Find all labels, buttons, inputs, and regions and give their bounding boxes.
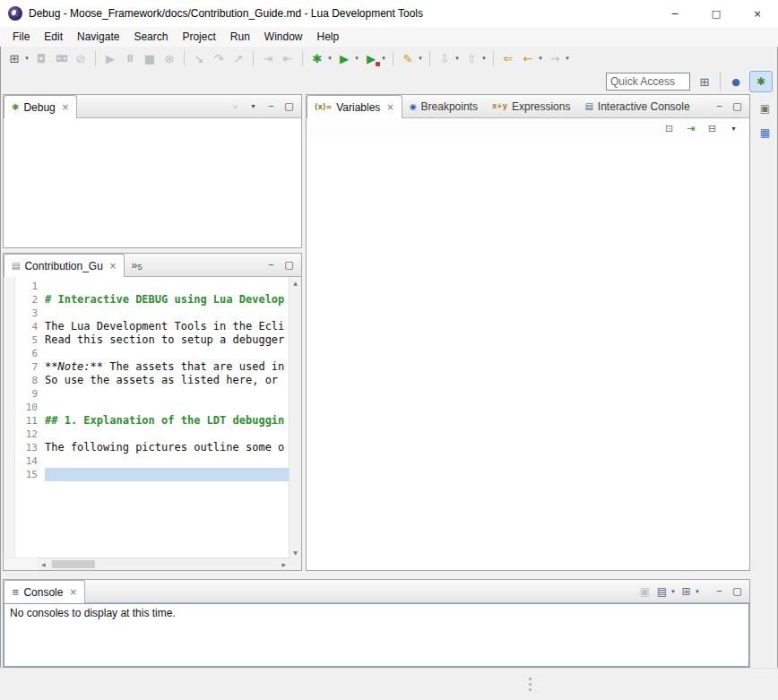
minimize-icon[interactable]: ─: [713, 100, 725, 112]
dropdown-arrow-icon[interactable]: ▾: [537, 55, 544, 62]
horizontal-scrollbar[interactable]: ◀ ▶: [38, 557, 290, 570]
editor-line[interactable]: 8So use the assets as listed here, or: [14, 374, 290, 387]
pin-console-icon[interactable]: ▣: [637, 583, 653, 599]
editor-line[interactable]: 2# Interactive DEBUG using Lua Develop: [14, 293, 290, 307]
debug-perspective-button[interactable]: ✱: [749, 71, 773, 92]
terminate-icon[interactable]: ■: [141, 49, 159, 67]
maximize-icon[interactable]: ▢: [283, 259, 295, 271]
pencil-icon[interactable]: ✎: [399, 49, 417, 67]
close-icon[interactable]: ×: [386, 102, 393, 112]
suspend-icon[interactable]: Ⅱ: [121, 49, 139, 67]
step-over-icon[interactable]: ↷: [210, 49, 228, 67]
dropdown-arrow-icon[interactable]: ▾: [694, 588, 701, 595]
quick-access-box[interactable]: Quick Access: [606, 73, 690, 91]
dropdown-arrow-icon[interactable]: ▾: [454, 55, 461, 62]
dropdown-arrow-icon[interactable]: ▾: [417, 55, 424, 62]
resume-icon[interactable]: ▶: [101, 49, 119, 67]
next-annotation-icon[interactable]: ⇩: [436, 49, 454, 67]
menu-item[interactable]: Help: [310, 28, 347, 46]
scroll-left-icon[interactable]: ◀: [41, 561, 46, 567]
view-menu-icon[interactable]: ▾: [247, 100, 259, 112]
open-console-icon[interactable]: ⊞: [679, 583, 694, 599]
tab-debug[interactable]: ✱ Debug ×: [4, 95, 77, 118]
scroll-up-icon[interactable]: ▲: [293, 280, 298, 286]
show-type-names-icon[interactable]: ⊡: [661, 123, 677, 134]
editor-line[interactable]: 15: [14, 468, 290, 481]
dropdown-arrow-icon[interactable]: ▾: [326, 55, 333, 62]
close-icon[interactable]: ×: [62, 102, 69, 112]
dropdown-arrow-icon[interactable]: ▾: [380, 55, 387, 62]
minimize-icon[interactable]: ─: [265, 259, 277, 271]
tab-expressions[interactable]: x+yExpressions: [485, 95, 577, 117]
editor-line[interactable]: 1: [14, 280, 290, 293]
close-window-button[interactable]: ×: [737, 0, 778, 27]
step-return-icon[interactable]: ↗: [229, 49, 247, 67]
tab-contribution-guide[interactable]: ▤ Contribution_Gu ×: [4, 254, 125, 277]
external-tools-icon[interactable]: ▶: [362, 49, 380, 67]
use-step-filters-icon[interactable]: ⇥: [259, 49, 277, 67]
editor-line[interactable]: 3: [14, 307, 290, 320]
last-edit-location-icon[interactable]: ⇐: [499, 49, 517, 67]
menu-item[interactable]: File: [5, 28, 37, 46]
save-all-icon[interactable]: ◘◘: [52, 49, 70, 67]
minimized-view-stack-icon[interactable]: ▣: [757, 100, 774, 117]
forward-icon[interactable]: →: [546, 49, 564, 67]
menu-item[interactable]: Project: [175, 28, 222, 46]
save-icon[interactable]: ◘: [32, 49, 50, 67]
editor-line[interactable]: 14: [14, 454, 290, 468]
vertical-scrollbar[interactable]: ▲ ▼: [289, 277, 301, 558]
dropdown-arrow-icon[interactable]: ▾: [670, 588, 677, 595]
tab-interactive-console[interactable]: ▤Interactive Console: [577, 95, 696, 117]
collapse-all-icon[interactable]: ⊟: [705, 123, 720, 134]
maximize-icon[interactable]: ▢: [283, 100, 295, 112]
disconnect-icon[interactable]: ⊗: [160, 49, 178, 67]
dropdown-arrow-icon[interactable]: ▾: [353, 55, 360, 62]
editor-line[interactable]: 13The following pictures outline some o: [14, 441, 290, 454]
close-icon[interactable]: ×: [69, 587, 76, 597]
scroll-down-icon[interactable]: ▼: [293, 549, 298, 556]
run-to-line-icon[interactable]: ⇤: [279, 49, 297, 67]
minimized-table-view-icon[interactable]: ▦: [757, 125, 774, 141]
menu-item[interactable]: Edit: [37, 28, 70, 46]
maximize-icon[interactable]: ▢: [731, 585, 743, 597]
editor-line[interactable]: 6: [14, 347, 290, 360]
step-into-icon[interactable]: ↘: [190, 49, 208, 67]
show-logical-structures-icon[interactable]: ⇥: [683, 123, 698, 134]
editor-line[interactable]: 5Read this section to setup a debugger: [14, 333, 290, 347]
display-selected-console-icon[interactable]: ▤: [654, 583, 670, 599]
open-perspective-icon[interactable]: ⊞: [694, 72, 715, 91]
hidden-tabs-indicator[interactable]: » 5: [125, 254, 148, 276]
view-menu-icon[interactable]: ▾: [726, 125, 741, 133]
editor-line[interactable]: 4The Lua Development Tools in the Ecli: [14, 320, 290, 333]
skip-all-breakpoints-icon[interactable]: ⊘: [72, 49, 90, 67]
editor-line[interactable]: 11## 1. Explanation of the LDT debuggin: [14, 414, 290, 428]
remove-all-terminated-icon[interactable]: ×: [229, 100, 241, 112]
dropdown-arrow-icon[interactable]: ▾: [23, 55, 30, 62]
previous-annotation-icon[interactable]: ⇧: [462, 49, 480, 67]
dropdown-arrow-icon[interactable]: ▾: [480, 55, 488, 62]
debug-icon[interactable]: ✱: [308, 49, 326, 67]
editor-line[interactable]: 9: [14, 387, 290, 401]
editor-line[interactable]: 12: [14, 428, 290, 441]
tab-breakpoints[interactable]: ◉Breakpoints: [402, 95, 485, 117]
tab-variables[interactable]: (x)=Variables×: [307, 95, 402, 118]
close-icon[interactable]: ×: [109, 261, 117, 271]
minimize-icon[interactable]: ─: [713, 585, 725, 597]
menu-item[interactable]: Window: [257, 28, 310, 46]
scrollbar-thumb[interactable]: [52, 560, 95, 568]
editor-line[interactable]: 7**Note:** The assets that are used in: [14, 360, 290, 374]
editor-line[interactable]: 10: [14, 401, 290, 414]
maximize-icon[interactable]: ▢: [731, 100, 743, 112]
maximize-window-button[interactable]: □: [696, 0, 737, 27]
menu-item[interactable]: Navigate: [70, 28, 126, 46]
back-icon[interactable]: ←: [519, 49, 537, 67]
editor-text-area[interactable]: 12# Interactive DEBUG using Lua Develop3…: [14, 277, 290, 558]
menu-item[interactable]: Run: [223, 28, 257, 46]
minimize-icon[interactable]: ─: [265, 100, 277, 112]
sash-handle[interactable]: [529, 678, 532, 680]
lua-perspective-button[interactable]: ●: [725, 72, 747, 91]
run-icon[interactable]: ▶: [335, 49, 353, 67]
new-wizard-icon[interactable]: ⊞: [5, 49, 23, 67]
menu-item[interactable]: Search: [126, 28, 175, 46]
dropdown-arrow-icon[interactable]: ▾: [564, 55, 571, 62]
